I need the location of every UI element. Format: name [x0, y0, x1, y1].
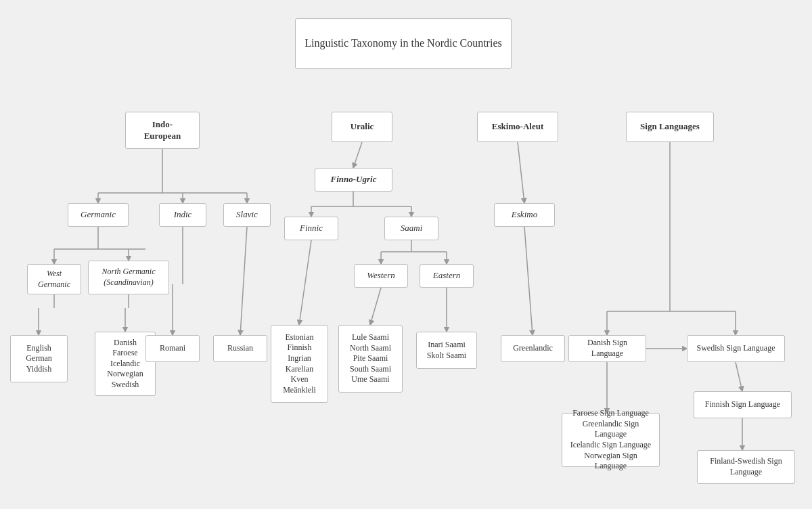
faroese-sl-etc-label: Faroese Sign LanguageGreenlandic Sign La…	[568, 408, 654, 472]
slavic-node: Slavic	[223, 203, 271, 227]
danish-etc-label: DanishFaroeseIcelandicNorwegianSwedish	[107, 338, 143, 391]
swedish-sl-node: Swedish Sign Language	[687, 335, 785, 362]
eskimo-aleut-label: Eskimo-Aleut	[492, 121, 544, 133]
uralic-label: Uralic	[351, 121, 374, 133]
faroese-sl-etc-node: Faroese Sign LanguageGreenlandic Sign La…	[562, 413, 660, 467]
russian-node: Russian	[213, 335, 267, 362]
svg-line-16	[353, 142, 362, 168]
uralic-node: Uralic	[332, 112, 392, 142]
finno-ugric-node: Finno-Ugric	[315, 168, 392, 192]
sign-languages-label: Sign Languages	[640, 121, 700, 133]
north-germanic-node: North Germanic(Scandinavian)	[88, 261, 169, 294]
eskimo-aleut-node: Eskimo-Aleut	[477, 112, 558, 142]
lule-etc-label: Lule SaamiNorth SaamiPite SaamiSouth Saa…	[350, 332, 391, 385]
western-node: Western	[354, 264, 408, 288]
estonian-etc-node: EstonianFinnishIngrianKarelianKvenMeänki…	[271, 325, 328, 403]
connectors-svg	[0, 0, 812, 509]
svg-line-28	[518, 142, 524, 203]
germanic-node: Germanic	[68, 203, 129, 227]
swedish-sl-label: Swedish Sign Language	[697, 343, 775, 354]
western-label: Western	[367, 270, 394, 282]
germanic-label: Germanic	[81, 209, 116, 221]
greenlandic-node: Greenlandic	[501, 335, 565, 362]
eastern-label: Eastern	[433, 270, 460, 282]
sign-languages-node: Sign Languages	[626, 112, 714, 142]
west-germanic-label: WestGermanic	[38, 269, 70, 290]
svg-line-37	[736, 362, 742, 391]
inari-skolt-label: Inari SaamiSkolt Saami	[427, 340, 466, 361]
eskimo-label: Eskimo	[512, 209, 537, 221]
english-german-yiddish-node: EnglishGermanYiddish	[10, 335, 68, 382]
indic-node: Indic	[159, 203, 206, 227]
saami-label: Saami	[401, 223, 423, 234]
inari-skolt-node: Inari SaamiSkolt Saami	[416, 332, 477, 369]
svg-line-26	[370, 288, 381, 325]
finland-swedish-sl-node: Finland-Swedish SignLanguage	[697, 450, 795, 484]
danish-sl-node: Danish Sign Language	[568, 335, 646, 362]
north-germanic-label: North Germanic(Scandinavian)	[102, 267, 156, 288]
finland-swedish-sl-label: Finland-Swedish SignLanguage	[710, 456, 782, 477]
russian-label: Russian	[227, 343, 253, 354]
svg-line-21	[299, 240, 311, 325]
finnic-node: Finnic	[284, 217, 338, 240]
title-node: Linguistic Taxonomy in the Nordic Countr…	[295, 18, 512, 69]
indic-label: Indic	[174, 209, 192, 221]
diagram-container: Linguistic Taxonomy in the Nordic Countr…	[0, 0, 812, 509]
indo-european-node: Indo-European	[125, 112, 200, 149]
slavic-label: Slavic	[236, 209, 258, 221]
saami-node: Saami	[384, 217, 438, 240]
finnish-sl-label: Finnish Sign Language	[705, 399, 780, 410]
finno-ugric-label: Finno-Ugric	[331, 174, 377, 185]
title-text: Linguistic Taxonomy in the Nordic Countr…	[304, 36, 501, 51]
english-german-yiddish-label: EnglishGermanYiddish	[26, 343, 52, 375]
west-germanic-node: WestGermanic	[27, 264, 81, 294]
greenlandic-label: Greenlandic	[513, 343, 553, 354]
indo-european-label: Indo-European	[144, 119, 181, 142]
lule-etc-node: Lule SaamiNorth SaamiPite SaamiSouth Saa…	[338, 325, 403, 393]
finnish-sl-node: Finnish Sign Language	[694, 391, 792, 418]
finnic-label: Finnic	[300, 223, 323, 234]
svg-line-15	[240, 227, 247, 335]
danish-sl-label: Danish Sign Language	[574, 338, 640, 359]
estonian-etc-label: EstonianFinnishIngrianKarelianKvenMeänki…	[283, 332, 316, 396]
svg-line-29	[524, 227, 533, 335]
romani-label: Romani	[160, 343, 185, 354]
romani-node: Romani	[145, 335, 200, 362]
eastern-node: Eastern	[420, 264, 474, 288]
eskimo-node: Eskimo	[494, 203, 555, 227]
